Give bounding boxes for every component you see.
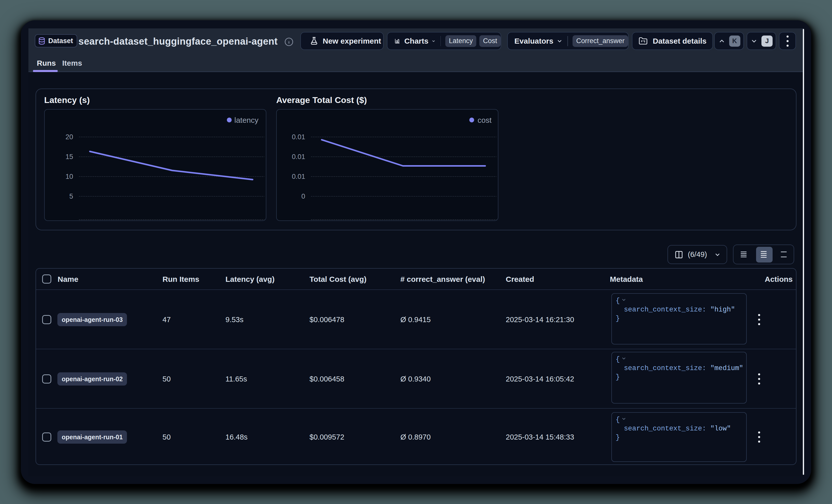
svg-text:latency: latency bbox=[234, 116, 258, 124]
svg-text:15: 15 bbox=[66, 153, 73, 161]
svg-text:0.01: 0.01 bbox=[292, 173, 305, 180]
svg-text:cost: cost bbox=[477, 116, 492, 124]
svg-text:5: 5 bbox=[69, 193, 73, 200]
svg-text:0.01: 0.01 bbox=[292, 133, 305, 141]
svg-text:0: 0 bbox=[302, 193, 305, 200]
svg-text:0.01: 0.01 bbox=[292, 153, 305, 161]
svg-text:10: 10 bbox=[66, 173, 73, 180]
svg-text:20: 20 bbox=[66, 133, 73, 141]
